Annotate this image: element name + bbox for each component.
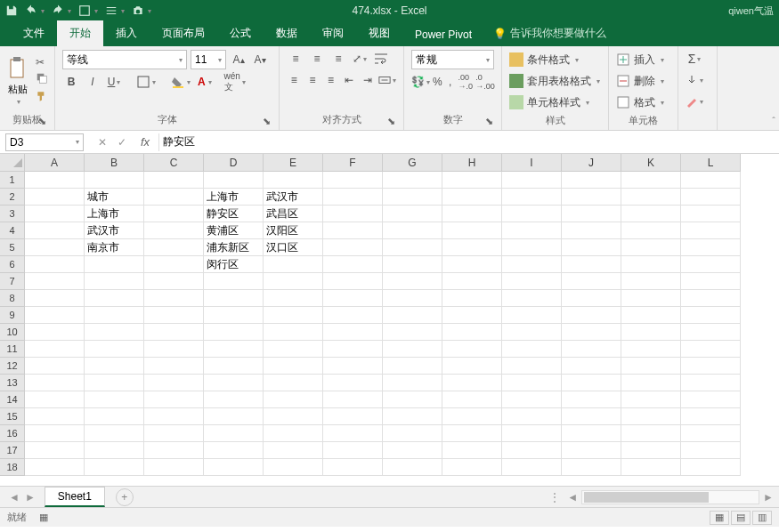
cell-C5[interactable] <box>144 239 204 256</box>
cell-D11[interactable] <box>204 341 264 358</box>
cell-I11[interactable] <box>502 341 562 358</box>
cell-A10[interactable] <box>25 324 85 341</box>
cell-A5[interactable] <box>25 239 85 256</box>
increase-font-icon[interactable]: A▴ <box>230 51 247 69</box>
cell-C4[interactable] <box>144 222 204 239</box>
cell-J16[interactable] <box>562 425 621 442</box>
cut-icon[interactable]: ✂ <box>36 56 48 69</box>
cell-J11[interactable] <box>562 341 621 358</box>
cell-F9[interactable] <box>323 307 383 324</box>
cell-I1[interactable] <box>502 172 562 189</box>
cell-B16[interactable] <box>85 425 144 442</box>
cell-E11[interactable] <box>264 341 323 358</box>
cell-A6[interactable] <box>25 256 85 273</box>
cell-E3[interactable]: 武昌区 <box>264 206 323 222</box>
cell-D4[interactable]: 黄浦区 <box>204 222 264 239</box>
number-launcher-icon[interactable]: ⬊ <box>483 116 494 126</box>
merge-cells-icon[interactable]: ▾ <box>378 71 396 89</box>
cell-I8[interactable] <box>502 290 562 307</box>
cell-J15[interactable] <box>562 408 621 425</box>
cell-A7[interactable] <box>25 273 85 290</box>
cell-J9[interactable] <box>562 307 621 324</box>
cell-L11[interactable] <box>681 341 741 358</box>
cell-G12[interactable] <box>383 358 442 375</box>
cell-C9[interactable] <box>144 307 204 324</box>
cell-C16[interactable] <box>144 425 204 442</box>
cell-A14[interactable] <box>25 391 85 408</box>
table-format-button[interactable]: 套用表格格式▾ <box>509 71 601 91</box>
cell-K4[interactable] <box>621 222 681 239</box>
fill-icon[interactable]: ▾ <box>686 71 703 89</box>
col-header-F[interactable]: F <box>323 154 383 172</box>
cell-G8[interactable] <box>383 290 442 307</box>
sheet-tab-1[interactable]: Sheet1 <box>45 487 105 507</box>
cell-H14[interactable] <box>442 391 502 408</box>
tab-formulas[interactable]: 公式 <box>217 20 264 46</box>
cell-D2[interactable]: 上海市 <box>204 189 264 206</box>
tab-view[interactable]: 视图 <box>356 20 402 46</box>
tab-insert[interactable]: 插入 <box>103 20 150 46</box>
cell-H10[interactable] <box>442 324 502 341</box>
cell-E8[interactable] <box>264 290 323 307</box>
tab-page-layout[interactable]: 页面布局 <box>150 20 217 46</box>
cell-G1[interactable] <box>383 172 442 189</box>
col-header-H[interactable]: H <box>442 154 502 172</box>
horizontal-scrollbar[interactable] <box>581 490 759 504</box>
col-header-A[interactable]: A <box>25 154 85 172</box>
cell-style-button[interactable]: 单元格样式▾ <box>509 93 601 112</box>
cell-C10[interactable] <box>144 324 204 341</box>
cell-G9[interactable] <box>383 307 442 324</box>
cell-B3[interactable]: 上海市 <box>85 206 144 222</box>
cell-G16[interactable] <box>383 425 442 442</box>
cell-F6[interactable] <box>323 256 383 273</box>
add-sheet-button[interactable]: + <box>116 488 134 506</box>
tab-review[interactable]: 审阅 <box>310 20 356 46</box>
cell-B13[interactable] <box>85 375 144 391</box>
phonetic-button[interactable]: wén文▾ <box>226 73 244 91</box>
cell-G3[interactable] <box>383 206 442 222</box>
cell-I15[interactable] <box>502 408 562 425</box>
row-header-10[interactable]: 10 <box>0 324 25 341</box>
cell-D14[interactable] <box>204 391 264 408</box>
cell-B5[interactable]: 南京市 <box>85 239 144 256</box>
cell-L7[interactable] <box>681 273 741 290</box>
cell-E15[interactable] <box>264 408 323 425</box>
font-color-button[interactable]: A▾ <box>196 74 214 90</box>
tab-power-pivot[interactable]: Power Pivot <box>402 23 484 46</box>
cell-C18[interactable] <box>144 459 204 476</box>
cell-G14[interactable] <box>383 391 442 408</box>
cell-E12[interactable] <box>264 358 323 375</box>
cell-I3[interactable] <box>502 206 562 222</box>
cell-B18[interactable] <box>85 459 144 476</box>
cell-H3[interactable] <box>442 206 502 222</box>
cell-H7[interactable] <box>442 273 502 290</box>
cell-G13[interactable] <box>383 375 442 391</box>
cell-J10[interactable] <box>562 324 621 341</box>
cell-J13[interactable] <box>562 375 621 391</box>
cell-H5[interactable] <box>442 239 502 256</box>
save-icon[interactable] <box>5 4 18 17</box>
cell-H12[interactable] <box>442 358 502 375</box>
align-left-icon[interactable]: ≡ <box>287 71 302 89</box>
row-header-14[interactable]: 14 <box>0 391 25 408</box>
undo-icon[interactable]: ▾ <box>25 4 45 17</box>
row-header-16[interactable]: 16 <box>0 425 25 442</box>
camera-icon[interactable]: ▾ <box>132 4 151 17</box>
col-header-L[interactable]: L <box>681 154 741 172</box>
cell-F2[interactable] <box>323 189 383 206</box>
cell-G17[interactable] <box>383 442 442 459</box>
cell-B12[interactable] <box>85 358 144 375</box>
cell-L12[interactable] <box>681 358 741 375</box>
cell-K17[interactable] <box>621 442 681 459</box>
number-format-select[interactable]: 常规▾ <box>411 50 494 69</box>
cell-J18[interactable] <box>562 459 621 476</box>
cell-F11[interactable] <box>323 341 383 358</box>
cell-G11[interactable] <box>383 341 442 358</box>
cell-I5[interactable] <box>502 239 562 256</box>
cell-C6[interactable] <box>144 256 204 273</box>
indent-decrease-icon[interactable]: ⇤ <box>342 71 357 89</box>
select-all-corner[interactable] <box>0 154 25 172</box>
cell-A2[interactable] <box>25 189 85 206</box>
scroll-left-icon[interactable]: ◄ <box>567 491 578 504</box>
cell-F1[interactable] <box>323 172 383 189</box>
